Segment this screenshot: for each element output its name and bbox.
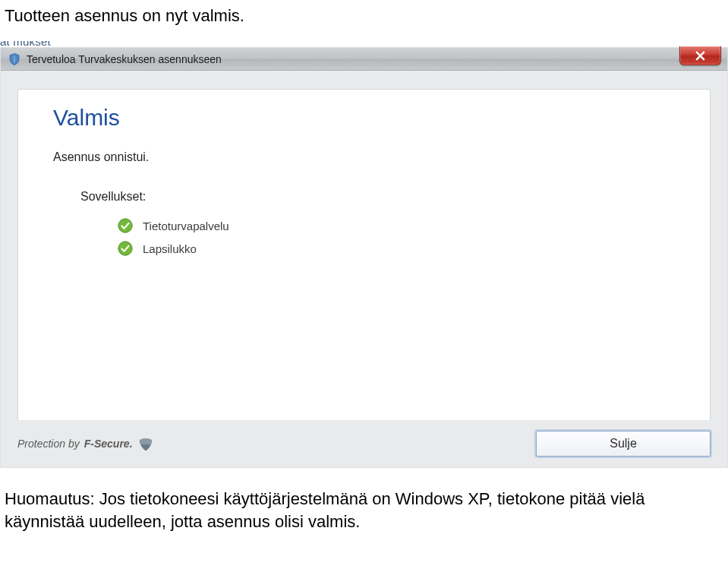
protection-by-prefix: Protection by <box>17 438 80 450</box>
doc-intro-text: Tuotteen asennus on nyt valmis. <box>0 0 728 41</box>
doc-note-text: Huomautus: Jos tietokoneesi käyttöjärjes… <box>0 468 728 533</box>
client-area: Valmis Asennus onnistui. Sovellukset: Ti… <box>1 71 727 467</box>
app-shield-icon <box>7 52 22 67</box>
list-item: Tietoturvapalvelu <box>117 214 710 237</box>
titlebar: Tervetuloa Turvakeskuksen asennukseen <box>1 48 727 71</box>
protection-by-label: Protection by F-Secure. <box>17 435 154 452</box>
installer-window: Tervetuloa Turvakeskuksen asennukseen Va… <box>0 47 728 468</box>
list-item-label: Lapsilukko <box>143 242 197 255</box>
list-item-label: Tietoturvapalvelu <box>143 220 229 232</box>
check-icon <box>117 240 134 257</box>
apps-list: Tietoturvapalvelu Lapsilukko <box>18 204 710 260</box>
check-icon <box>117 217 134 234</box>
close-button[interactable] <box>679 46 721 65</box>
sulje-button-label: Sulje <box>610 437 637 450</box>
brand-name: F-Secure. <box>84 438 133 450</box>
cropped-background-text: at mukset <box>0 41 728 47</box>
footer-bar: Protection by F-Secure. Sulje <box>1 420 727 467</box>
sulje-button[interactable]: Sulje <box>536 431 711 457</box>
fsecure-logo-icon <box>137 435 154 452</box>
status-text: Asennus onnistui. <box>18 131 710 164</box>
heading-valmis: Valmis <box>18 105 710 131</box>
content-panel: Valmis Asennus onnistui. Sovellukset: Ti… <box>17 89 711 452</box>
window-title: Tervetuloa Turvakeskuksen asennukseen <box>27 53 222 65</box>
list-item: Lapsilukko <box>117 237 710 260</box>
apps-section-label: Sovellukset: <box>18 164 710 204</box>
